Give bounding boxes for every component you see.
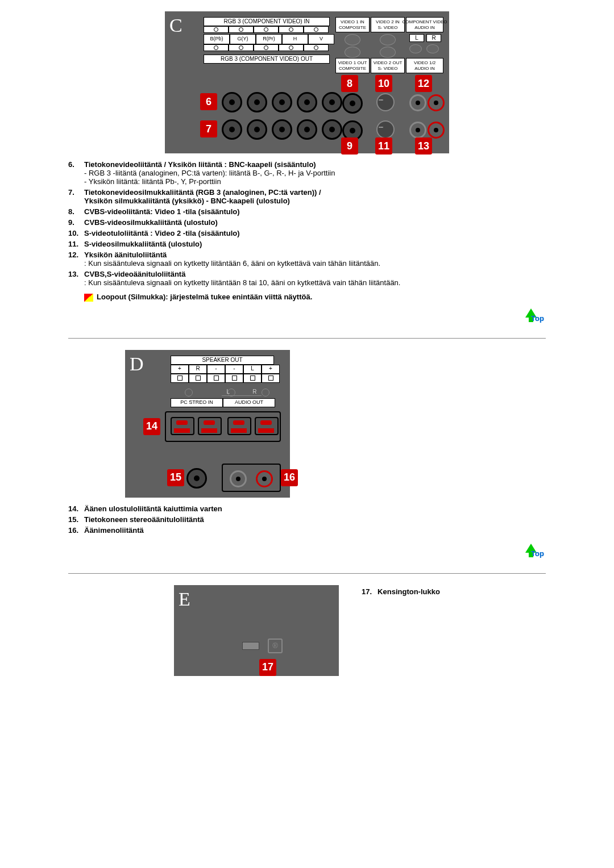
diagram-e: E ® 17	[174, 585, 339, 676]
callout-13: 13	[415, 137, 432, 155]
item-17: 17.Kensington-lukko	[362, 587, 440, 596]
video2-in-label: VIDEO 2 IN S- VIDEO	[371, 17, 405, 32]
item-16: 16.Äänimenoliitäntä	[68, 526, 580, 535]
speaker-holes	[171, 374, 280, 383]
callout-11: 11	[375, 137, 392, 155]
callout-8: 8	[341, 75, 358, 92]
document-page: C RGB 3 (COMPONENT VIDEO) IN B(Pb) G(Y) …	[0, 11, 614, 676]
section-e: E ® 17 17.Kensington-lukko	[34, 585, 580, 676]
speaker-out-header: SPEAKER OUT	[171, 356, 274, 365]
video1-in-label: VIDEO 1 IN COMPOSITE	[335, 17, 370, 32]
bnc-out-jacks	[222, 119, 342, 140]
callout-16: 16	[281, 469, 298, 486]
speaker-polarity-row: + R - - L +	[171, 365, 280, 374]
diagram-d: D SPEAKER OUT + R - - L + LR PC STREO IN…	[125, 350, 290, 498]
item-15: 15.Tietokoneen stereoäänituloliitäntä	[68, 515, 580, 524]
top-link-1[interactable]: Top	[34, 302, 580, 335]
callout-7: 7	[200, 120, 217, 137]
video1-out-label: VIDEO 1 OUT COMPOSITE	[335, 58, 370, 73]
callout-12: 12	[415, 75, 432, 92]
divider	[68, 573, 546, 574]
component-audio-label: COMPONENT VIDEO AUDIO IN	[406, 17, 443, 32]
rgb-in-header: RGB 3 (COMPONENT VIDEO) IN	[204, 17, 330, 26]
diagram-d-wrap: D SPEAKER OUT + R - - L + LR PC STREO IN…	[125, 350, 580, 498]
item-13: 13.CVBS,S-videoäänituloliitäntä: Kun sis…	[68, 270, 580, 287]
video2-out-label: VIDEO 2 OUT S- VIDEO	[371, 58, 405, 73]
divider	[68, 338, 546, 339]
item-10: 10.S-videotuloliitäntä : Video 2 -tila (…	[68, 229, 580, 237]
list-section-e: 17.Kensington-lukko	[362, 585, 440, 598]
item-8: 8.CVBS-videoliitäntä: Video 1 -tila (sis…	[68, 207, 580, 216]
item-11: 11.S-videosilmukkaliitäntä (ulostulo)	[68, 240, 580, 248]
rgb-out-header: RGB 3 (COMPONENT VIDEO) OUT	[204, 55, 330, 64]
callout-17: 17	[259, 659, 276, 676]
loopout-note: Loopout (Silmukka): järjestelmä tukee en…	[84, 293, 580, 302]
warning-icon	[84, 294, 93, 302]
diagram-c: C RGB 3 (COMPONENT VIDEO) IN B(Pb) G(Y) …	[165, 11, 449, 153]
callout-15: 15	[167, 469, 184, 486]
bnc-out-holes	[204, 44, 329, 51]
callout-9: 9	[341, 137, 358, 155]
bnc-in-holes	[204, 26, 329, 33]
item-6: 6.Tietokonevideoliitäntä / Yksikön liitä…	[68, 160, 580, 186]
kensington-lock-icon: ®	[268, 639, 283, 653]
list-section-d: 14.Äänen ulostuloliitäntä kaiuttimia var…	[68, 504, 580, 535]
audio-labels: PC STREO IN AUDIO OUT	[171, 398, 275, 407]
top-link-2[interactable]: Top	[34, 537, 580, 570]
panel-d-letter: D	[130, 353, 144, 375]
diagram-c-wrap: C RGB 3 (COMPONENT VIDEO) IN B(Pb) G(Y) …	[34, 11, 580, 153]
list-section-c: 6.Tietokonevideoliitäntä / Yksikön liitä…	[68, 160, 580, 287]
item-12: 12.Yksikön äänituloliitäntä: Kun sisäänt…	[68, 251, 580, 268]
callout-6: 6	[200, 93, 217, 110]
callout-14: 14	[143, 418, 160, 435]
callout-10: 10	[375, 75, 392, 92]
item-9: 9.CVBS-videosilmukkaliitäntä (ulostulo)	[68, 218, 580, 227]
bnc-labels-row: B(Pb) G(Y) R(Pr) H V	[204, 34, 334, 43]
bnc-in-jacks	[222, 92, 342, 112]
item-7: 7.Tietokonevideosilmukkaliitäntä (RGB 3 …	[68, 188, 580, 205]
video12-audio-label: VIDEO 1/2 AUDIO IN	[406, 58, 443, 73]
panel-e-letter: E	[179, 589, 190, 610]
panel-c-letter: C	[169, 15, 182, 36]
item-14: 14.Äänen ulostuloliitäntä kaiuttimia var…	[68, 504, 580, 513]
kensington-slot	[242, 642, 259, 650]
